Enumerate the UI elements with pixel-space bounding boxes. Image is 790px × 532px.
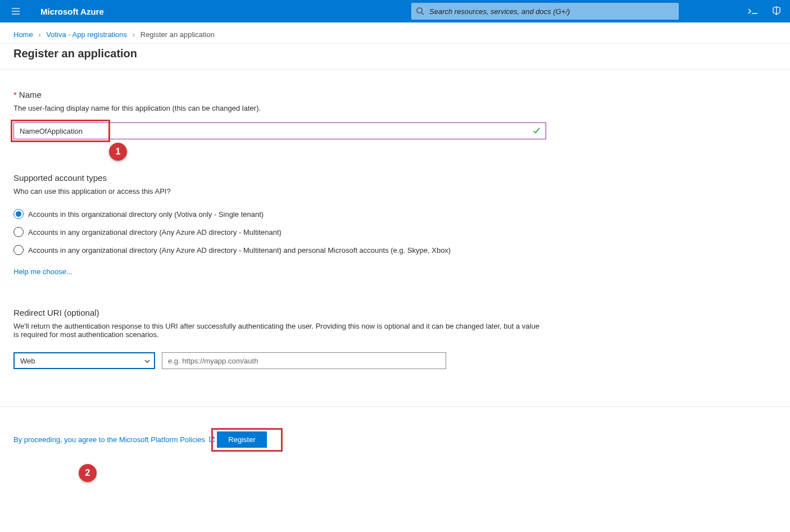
directory-icon[interactable] [770,4,783,18]
redirect-type-select[interactable]: Web [13,352,155,369]
cloud-shell-icon[interactable] [746,4,760,18]
check-icon [533,126,541,137]
redirect-uri-description: We'll return the authentication response… [13,322,542,339]
account-type-label: Accounts in any organizational directory… [28,246,451,254]
breadcrumb-current: Register an application [140,30,215,39]
redirect-uri-input[interactable] [162,352,446,369]
account-type-option[interactable]: Accounts in any organizational directory… [13,227,548,237]
help-me-choose-link[interactable]: Help me choose... [13,267,72,276]
account-type-radio[interactable] [13,209,24,219]
page-title: Register an application [0,44,790,70]
svg-line-4 [421,12,424,15]
account-types-section: Supported account types Who can use this… [13,173,548,276]
register-button[interactable]: Register [217,431,266,448]
search-input[interactable] [411,3,679,20]
topbar-actions [746,4,783,18]
external-link-icon [208,436,215,444]
account-type-label: Accounts in this organizational director… [28,210,264,219]
account-types-title: Supported account types [13,173,548,183]
redirect-type-select-wrap: Web [13,352,155,369]
name-label: *Name [13,90,548,99]
account-type-radio[interactable] [13,227,24,237]
account-types-description: Who can use this application or access t… [13,187,548,195]
svg-line-7 [211,437,214,440]
search-icon [416,7,424,17]
svg-point-3 [417,8,422,13]
policy-text: By proceeding, you agree to the Microsof… [13,435,205,444]
breadcrumb-app-registrations[interactable]: Votiva - App registrations [46,30,127,39]
footer: By proceeding, you agree to the Microsof… [0,406,790,461]
breadcrumb: Home › Votiva - App registrations › Regi… [0,22,790,44]
policy-link[interactable]: By proceeding, you agree to the Microsof… [13,435,217,444]
account-type-radio[interactable] [13,245,24,255]
search-wrap [411,3,679,20]
brand-label: Microsoft Azure [40,7,104,16]
redirect-uri-title: Redirect URI (optional) [13,308,548,317]
application-name-input[interactable] [13,122,546,139]
name-section: *Name The user-facing display name for t… [13,90,548,139]
name-description: The user-facing display name for this ap… [13,104,548,112]
breadcrumb-home[interactable]: Home [13,30,33,39]
chevron-right-icon: › [133,30,135,39]
topbar: Microsoft Azure [0,0,790,22]
account-type-option[interactable]: Accounts in any organizational directory… [13,245,548,255]
account-type-option[interactable]: Accounts in this organizational director… [13,209,548,219]
menu-icon[interactable] [4,0,27,22]
annotation-badge: 1 [109,143,127,161]
form-content: *Name The user-facing display name for t… [0,70,562,369]
name-label-text: Name [19,90,42,99]
redirect-uri-section: Redirect URI (optional) We'll return the… [13,308,548,369]
account-type-label: Accounts in any organizational directory… [28,228,282,237]
chevron-right-icon: › [38,30,40,39]
